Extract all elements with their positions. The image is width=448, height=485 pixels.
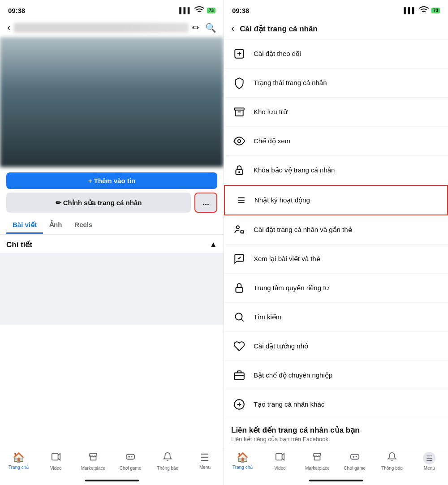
shield-icon xyxy=(231,75,247,91)
right-nav-marketplace[interactable]: Marketplace xyxy=(299,452,336,471)
menu-item-tuong-nho[interactable]: Cài đặt tưởng nhớ xyxy=(224,332,448,361)
edit-profile-button[interactable]: ✏ Chỉnh sửa trang cá nhân xyxy=(6,193,191,213)
menu-label-che-do-xem: Chế độ xem xyxy=(254,137,290,145)
right-nav-video-icon xyxy=(275,452,285,464)
menu-item-theo-doi[interactable]: Cài đặt theo dõi xyxy=(224,39,448,69)
svg-point-13 xyxy=(237,226,240,229)
add-story-button[interactable]: + Thêm vào tin xyxy=(6,172,217,189)
tab-anh[interactable]: Ảnh xyxy=(43,216,68,234)
left-nav-home-label: Trang chủ xyxy=(9,465,29,470)
menu-label-kho-luu-tru: Kho lưu trữ xyxy=(254,108,288,116)
menu-item-tao-trang-khac[interactable]: Tạo trang cá nhân khác xyxy=(224,390,448,419)
tab-reels[interactable]: Reels xyxy=(68,216,99,234)
left-wifi-icon xyxy=(194,4,205,17)
left-panel: 09:38 ▌▌▌ 73 ‹ ✏ 🔍 + Thêm vào tin ✏ Chỉn… xyxy=(0,0,224,485)
edit-icon[interactable]: ✏ xyxy=(192,22,200,33)
left-nav-video[interactable]: Video xyxy=(37,452,74,471)
svg-rect-21 xyxy=(350,455,358,459)
left-nav-trang-chu[interactable]: 🏠 Trang chủ xyxy=(0,452,37,471)
menu-item-nhat-ky[interactable]: Nhật ký hoạt động xyxy=(224,185,448,215)
right-time: 09:38 xyxy=(232,7,249,14)
right-battery: 73 xyxy=(431,8,440,13)
right-nav-marketplace-icon xyxy=(312,452,322,464)
left-nav-notification[interactable]: Thông báo xyxy=(149,452,186,471)
more-button[interactable]: ... xyxy=(194,193,217,213)
right-nav-game[interactable]: Chơi game xyxy=(336,452,373,471)
right-nav-menu[interactable]: ☰ Menu xyxy=(411,452,448,471)
svg-rect-15 xyxy=(236,288,242,292)
left-nav-menu[interactable]: ☰ Menu xyxy=(186,452,224,471)
menu-item-chuyen-nghiep[interactable]: Bật chế độ chuyên nghiệp xyxy=(224,361,448,390)
left-battery: 73 xyxy=(207,8,215,13)
menu-label-cai-dat-gan-the: Cài đặt trang cá nhân và gắn thẻ xyxy=(254,226,352,234)
search-icon[interactable]: 🔍 xyxy=(205,22,216,33)
menu-item-xem-lai[interactable]: Xem lại bài viết và thẻ xyxy=(224,245,448,274)
left-nav-notification-label: Thông báo xyxy=(157,466,178,471)
svg-rect-0 xyxy=(52,454,58,460)
right-nav-marketplace-label: Marketplace xyxy=(305,466,329,471)
lock-badge-icon xyxy=(231,162,247,178)
left-nav-video-icon xyxy=(51,452,61,464)
svg-rect-1 xyxy=(126,455,134,459)
right-nav-menu-icon: ☰ xyxy=(423,452,435,464)
profile-tabs: Bài viết Ảnh Reels xyxy=(0,216,224,235)
left-nav-game[interactable]: Chơi game xyxy=(112,452,149,471)
menu-item-kho-luu-tru[interactable]: Kho lưu trữ xyxy=(224,98,448,127)
right-page-title: Cài đặt trang cá nhân xyxy=(240,24,317,34)
eye-icon xyxy=(231,133,247,149)
tab-bai-viet[interactable]: Bài viết xyxy=(6,216,43,234)
chi-tiet-header[interactable]: Chi tiết ▲ xyxy=(0,235,224,253)
menu-item-che-do-xem[interactable]: Chế độ xem xyxy=(224,127,448,156)
right-wifi-icon xyxy=(418,4,429,17)
right-nav-game-icon xyxy=(350,452,360,464)
chi-tiet-content xyxy=(0,253,224,325)
briefcase-icon xyxy=(231,367,247,383)
right-nav-notification-icon xyxy=(387,452,397,464)
profile-cover-photo xyxy=(0,37,224,167)
left-time: 09:38 xyxy=(8,7,25,14)
left-nav-actions: ✏ 🔍 xyxy=(192,22,216,33)
right-back-button[interactable]: ‹ xyxy=(231,23,234,34)
menu-item-trang-thai[interactable]: Trạng thái trang cá nhân xyxy=(224,69,448,98)
svg-rect-3 xyxy=(234,108,244,110)
right-nav-trang-chu[interactable]: 🏠 Trang chủ xyxy=(224,452,261,471)
left-nav-game-icon xyxy=(125,452,135,464)
list-icon xyxy=(232,192,248,208)
menu-label-theo-doi: Cài đặt theo dõi xyxy=(254,50,301,58)
left-profile-name xyxy=(14,23,189,33)
left-nav-marketplace-label: Marketplace xyxy=(81,466,105,471)
lock-icon xyxy=(231,280,247,296)
menu-item-khoa-bao-ve[interactable]: Khóa bảo vệ trang cá nhân xyxy=(224,156,448,185)
link-section-subtitle: Liên kết riêng của bạn trên Facebook. xyxy=(231,436,441,442)
menu-list: Cài đặt theo dõi Trạng thái trang cá nhâ… xyxy=(224,39,448,449)
menu-label-chuyen-nghiep: Bật chế độ chuyên nghiệp xyxy=(254,371,332,379)
link-section-header: Liên kết đến trang cá nhân của bạn Liên … xyxy=(224,419,448,443)
right-panel: 09:38 ▌▌▌ 73 ‹ Cài đặt trang cá nhân xyxy=(224,0,448,485)
left-home-bar xyxy=(85,480,139,481)
add-square-icon xyxy=(231,46,247,62)
right-nav-notification[interactable]: Thông báo xyxy=(373,452,410,471)
menu-label-khoa-bao-ve: Khóa bảo vệ trang cá nhân xyxy=(254,166,335,174)
left-nav-marketplace[interactable]: Marketplace xyxy=(74,452,112,471)
right-nav-home-icon: 🏠 xyxy=(237,452,249,464)
menu-label-nhat-ky: Nhật ký hoạt động xyxy=(254,196,310,204)
edit-more-row: ✏ Chỉnh sửa trang cá nhân ... xyxy=(6,193,217,213)
left-nav-menu-label: Menu xyxy=(199,465,211,470)
link-section-title: Liên kết đến trang cá nhân của bạn xyxy=(231,425,441,435)
menu-item-cai-dat-gan-the[interactable]: Cài đặt trang cá nhân và gắn thẻ xyxy=(224,215,448,245)
right-nav-video-label: Video xyxy=(274,466,285,471)
left-status-bar: 09:38 ▌▌▌ 73 xyxy=(0,0,224,19)
menu-label-tim-kiem: Tìm kiếm xyxy=(254,313,281,321)
left-home-indicator xyxy=(0,476,224,485)
svg-point-16 xyxy=(235,313,242,320)
right-nav-game-label: Chơi game xyxy=(344,466,366,471)
left-nav-bar: ‹ ✏ 🔍 xyxy=(0,19,224,37)
left-nav-video-label: Video xyxy=(50,466,61,471)
person-gear-icon xyxy=(231,222,247,238)
menu-item-quyen-rieng-tu[interactable]: Trung tâm quyền riêng tư xyxy=(224,274,448,303)
menu-item-tim-kiem[interactable]: Tìm kiếm xyxy=(224,303,448,332)
left-back-button[interactable]: ‹ xyxy=(7,22,10,34)
left-status-icons: ▌▌▌ 73 xyxy=(179,4,215,17)
right-nav-video[interactable]: Video xyxy=(261,452,298,471)
svg-point-4 xyxy=(238,140,241,143)
